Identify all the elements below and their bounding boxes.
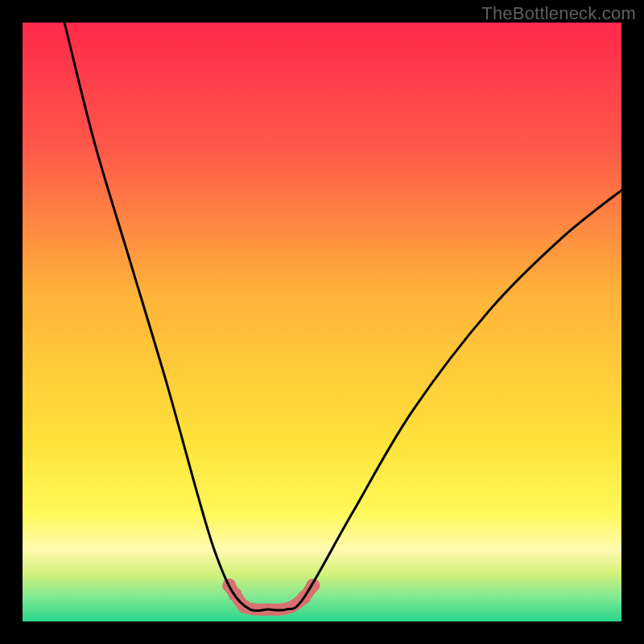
bottleneck-chart [23,23,621,621]
chart-frame [23,23,621,621]
chart-background [23,23,621,621]
attribution-text: TheBottleneck.com [481,3,636,24]
